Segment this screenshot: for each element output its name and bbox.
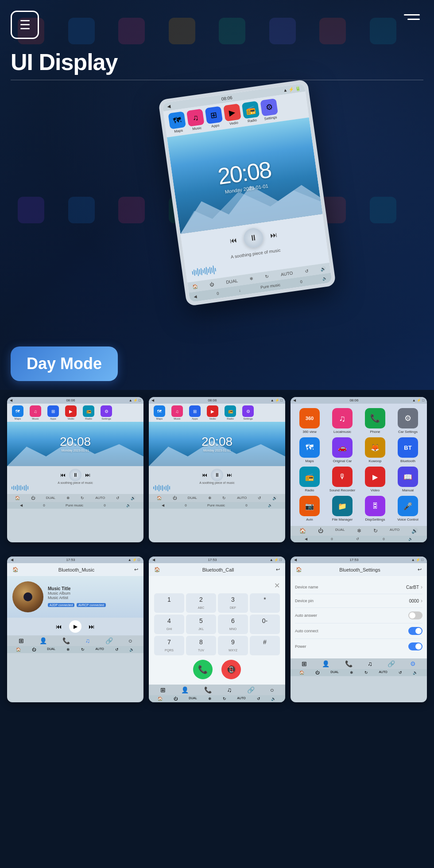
mini-settings-1[interactable]: ⚙ Settings [98,405,114,420]
mini-vedio-2[interactable]: ▶ Vedio [205,405,221,420]
close-button[interactable]: ✕ [154,581,280,590]
app-manual[interactable]: 📖 Manual [393,467,422,492]
mini-vol-3[interactable]: 🔊 [411,528,418,534]
mini-radio-2[interactable]: 📻 Radio [222,405,238,420]
app-localmusic[interactable]: ♫ Localmusic [328,408,357,434]
dial-hash[interactable]: # [250,636,280,655]
mini-back-2[interactable]: ◀ [151,398,154,402]
dial-3[interactable]: 3DEF [218,593,248,613]
home-icon[interactable]: 🏠 [192,284,198,290]
bt-play-pause[interactable]: ▶ [69,620,81,633]
mini-play-1[interactable]: ⏸ [69,469,81,481]
app-voice-control[interactable]: 🎤 Voice Control [393,496,422,522]
mini-home-2[interactable]: 🏠 [157,496,162,500]
bt-settings-back[interactable]: ◀ [294,558,297,562]
accept-call-button[interactable]: 📞 [193,660,213,679]
bt-call-grid-icon[interactable]: ⊞ [160,686,166,693]
app-phone[interactable]: 📞 Phone [360,408,390,434]
mini-prev-1[interactable]: ⏮ [60,472,66,478]
dial-4[interactable]: 4GHI [154,615,184,634]
mini-back-arrow-2[interactable]: ◀ [162,503,164,507]
app-file-manager[interactable]: 📁 File Manager [328,496,357,522]
back-icon-2[interactable]: ◀ [194,294,197,299]
bt-call-home-2[interactable]: 🏠 [158,697,163,701]
app-bluetooth[interactable]: BT Bluetooth [393,437,422,463]
app-original-car[interactable]: 🚗 Original Car [328,437,357,463]
mini-prev-2[interactable]: ⏮ [202,472,207,478]
bt-settings-circle-icon[interactable]: ⚙ [410,660,416,667]
bt-settings-grid-icon[interactable]: ⊞ [302,660,307,667]
dial-0[interactable]: 0- [250,615,280,634]
device-pin-arrow[interactable]: › [421,598,422,604]
dial-5[interactable]: 5JKL [186,615,216,634]
mini-next-2[interactable]: ⏭ [227,472,232,478]
nav-app-apps[interactable]: ⊞ Apps [205,106,224,129]
nav-app-music[interactable]: ♫ Music [186,109,205,132]
hamburger-menu[interactable] [404,14,420,20]
mini-apps-2[interactable]: ⊞ Apps [187,405,203,420]
mini-play-2[interactable]: ⏸ [211,469,223,481]
app-360view[interactable]: 360 360 view [295,408,324,434]
bt-settings-phone-icon[interactable]: 📞 [345,660,353,667]
bt-user-icon[interactable]: 👤 [39,637,47,644]
mini-maps-2[interactable]: 🗺 Maps [151,405,167,420]
prev-button[interactable]: ⏮ [229,236,237,245]
app-video[interactable]: ▶ Video [360,467,390,492]
bt-call-phone-icon[interactable]: 📞 [204,686,212,693]
play-pause-button[interactable]: ⏸ [242,227,264,249]
device-name-arrow[interactable]: › [421,584,422,590]
nav-app-maps[interactable]: 🗺 Maps [168,111,186,134]
app-avin[interactable]: 📷 Avin [295,496,324,522]
power-icon[interactable]: ⏻ [209,281,214,287]
decline-call-button[interactable]: 📵 [221,660,241,679]
dial-1[interactable]: 1 [154,593,184,613]
bt-settings-music-icon[interactable]: ♫ [368,660,372,667]
mini-radio-1[interactable]: 📻 Radio [81,405,97,420]
mini-back-arrow-1[interactable]: ◀ [20,503,23,507]
app-kuwoop[interactable]: 🦊 Kuwoop [360,437,390,463]
dial-8[interactable]: 8TUV [186,636,216,655]
bt-call-back[interactable]: ◀ [152,558,155,562]
mini-vedio-1[interactable]: ▶ Vedio [63,405,79,420]
dial-2[interactable]: 2ABC [186,593,216,613]
app-sound-recorder[interactable]: 🎙 Sound Recorder [328,467,357,492]
bt-next[interactable]: ⏭ [89,623,95,630]
bt-settings-home-2[interactable]: 🏠 [299,670,304,675]
back-button[interactable]: ◀ [167,104,170,109]
mini-music-2[interactable]: ♫ Music [169,405,185,420]
app-disp-settings[interactable]: 🎛 DispSettings [360,496,390,522]
mini-back-1[interactable]: ◀ [10,398,12,402]
app-maps[interactable]: 🗺 Maps [295,437,324,463]
app-car-settings[interactable]: ⚙ Car Settings [393,408,422,434]
bt-call-user-icon[interactable]: 👤 [181,686,189,693]
app-radio[interactable]: 📻 Radio [295,467,324,492]
bt-music-tab[interactable]: ♫ [85,637,90,644]
dial-9[interactable]: 9WXYZ [218,636,248,655]
bt-grid-icon[interactable]: ⊞ [19,637,24,644]
mini-power-2[interactable]: ⏻ [173,496,177,500]
bt-settings-home-icon[interactable]: 🏠 [296,567,302,572]
mini-vol-1[interactable]: 🔊 [131,496,136,500]
mini-back-3-row[interactable]: ◀ [305,537,307,541]
auto-connect-toggle[interactable] [408,627,422,635]
mini-next-1[interactable]: ⏭ [85,472,90,478]
bt-home-2[interactable]: 🏠 [16,647,21,652]
bt-music-close-icon[interactable]: ↩ [134,567,138,572]
volume-icon[interactable]: 🔊 [320,266,326,272]
mini-home-3[interactable]: 🏠 [299,528,306,534]
bt-phone-icon[interactable]: 📞 [62,637,70,644]
next-button[interactable]: ⏭ [270,231,278,240]
dial-7[interactable]: 7PQRS [154,636,184,655]
mini-back-3[interactable]: ◀ [293,398,296,402]
dial-star[interactable]: * [250,593,280,613]
nav-app-radio[interactable]: 📻 Radio [242,101,260,124]
nav-app-settings[interactable]: ⚙ Settings [260,98,279,121]
dial-6[interactable]: 6MNO [218,615,248,634]
bt-settings-close-icon[interactable]: ↩ [418,567,422,572]
bt-music-back[interactable]: ◀ [11,558,13,562]
mini-power-1[interactable]: ⏻ [31,496,35,500]
power-toggle[interactable] [408,642,422,650]
nav-app-vedio[interactable]: ▶ Vedio [223,104,242,127]
bt-call-music-icon[interactable]: ♫ [227,686,232,693]
bt-prev[interactable]: ⏮ [56,623,62,630]
